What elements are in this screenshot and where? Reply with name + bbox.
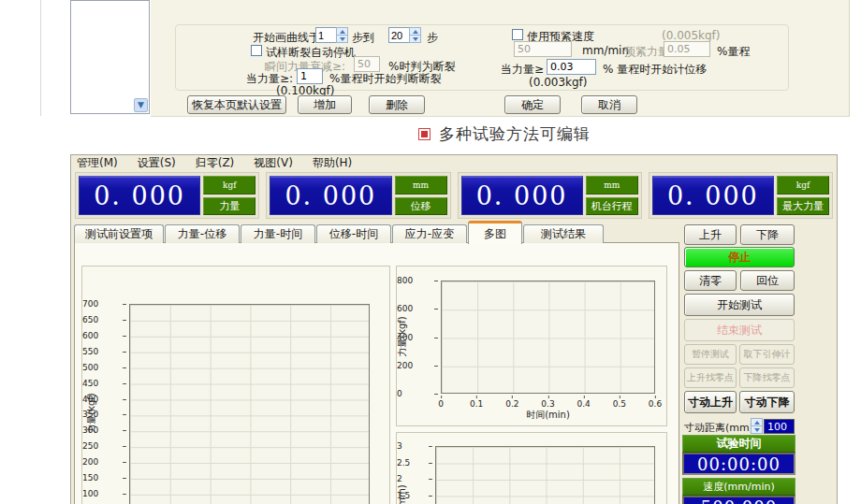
force-lcd: 0. 000 — [79, 176, 200, 215]
start-step-stepper[interactable] — [315, 27, 348, 43]
menu-bar: 管理(M) 设置(S) 归零(Z) 视图(V) 帮助(H) — [71, 156, 837, 170]
up-button[interactable]: 上升 — [684, 224, 737, 245]
step-label: 步 — [427, 30, 438, 46]
spinner-arrows-icon[interactable] — [409, 27, 421, 43]
stroke-lcd: 0. 000 — [461, 176, 583, 215]
stop-button[interactable]: 停止 — [684, 247, 795, 267]
y-tick-label: 600 — [82, 331, 127, 340]
stroke-display-group: 0. 000 mm 机台行程 — [458, 172, 642, 219]
spinner-arrows-icon[interactable] — [336, 27, 348, 43]
add-button[interactable]: 增加 — [298, 95, 352, 114]
pretension-speed-unit: mm/min — [582, 44, 629, 57]
force-name-label: 力量 — [203, 197, 255, 216]
menu-view[interactable]: 视图(V) — [254, 155, 293, 171]
speed-display: 500.000 — [682, 496, 795, 504]
force2-hint: (0.003kgf) — [529, 76, 588, 89]
y-tick-label: 300 — [82, 425, 127, 435]
plot-area — [129, 304, 370, 504]
test-software-window: 管理(M) 设置(S) 归零(Z) 视图(V) 帮助(H) 0. 000 kgf… — [70, 154, 838, 504]
break-stop-checkbox[interactable] — [251, 45, 262, 56]
max-force-lcd: 0. 000 — [652, 176, 774, 215]
chart-displacement-time: 位移(mm) 32.521.5 — [396, 432, 667, 504]
decay-input — [354, 56, 380, 72]
tab-displacement-time[interactable]: 位移-时间 — [316, 224, 391, 243]
menu-settings[interactable]: 设置(S) — [138, 155, 176, 171]
restore-defaults-button[interactable]: 恢复本页默认设置 — [187, 95, 286, 114]
displacement-lcd: 0. 000 — [270, 176, 391, 215]
jog-distance-label: 寸动距离(mm) — [684, 421, 753, 435]
max-force-name-label: 最大力量 — [777, 197, 829, 216]
y-tick-label: 400 — [397, 333, 439, 342]
method-listbox[interactable]: ▼ — [70, 0, 150, 114]
lcd-display-row: 0. 000 kgf 力量 0. 000 mm 位移 0. 000 mm 机台行… — [75, 172, 833, 219]
tab-multi-chart[interactable]: 多图 — [468, 221, 522, 244]
down-find-zero-button: 下降找零点 — [739, 367, 795, 388]
end-test-button: 结束测试 — [684, 319, 795, 341]
jog-distance-spinner[interactable] — [751, 418, 763, 434]
preforce-label: 预紧力量 — [624, 44, 669, 60]
x-tick-label: 0.3 — [541, 399, 554, 409]
pause-test-button: 暂停测试 — [684, 344, 737, 365]
zero-button[interactable]: 清零 — [684, 270, 737, 291]
menu-manage[interactable]: 管理(M) — [77, 155, 118, 171]
x-tick-label: 0.2 — [505, 399, 518, 409]
tab-stress-strain[interactable]: 应力-应变 — [392, 224, 467, 243]
tab-test-result[interactable]: 测试结果 — [523, 224, 604, 243]
displacement-display-group: 0. 000 mm 位移 — [266, 172, 450, 219]
caption-text: 多种试验方法可编辑 — [439, 123, 591, 145]
tab-pretest-settings[interactable]: 测试前设置项 — [74, 224, 164, 243]
y-tick-label: 250 — [82, 441, 127, 451]
y-tick-label: 200 — [397, 361, 439, 370]
jog-down-button[interactable]: 寸动下降 — [739, 391, 795, 413]
jog-distance-value[interactable]: 100 — [764, 419, 795, 434]
speed-header: 速度(mm/min) — [682, 478, 795, 496]
y-tick-label: 2 — [397, 474, 433, 483]
machine-control-panel: 上升 下降 停止 清零 回位 开始测试 结束测试 暂停测试 取下引伸计 上升找零… — [682, 223, 796, 504]
start-step-input[interactable] — [315, 27, 336, 43]
max-force-unit-label: kgf — [777, 176, 829, 194]
preforce-input — [664, 41, 710, 57]
x-tick-label: 0 — [438, 399, 444, 409]
ok-button[interactable]: 确定 — [504, 95, 561, 114]
force2-suffix: % 量程时开始计位移 — [603, 62, 707, 78]
jog-up-button[interactable]: 寸动上升 — [684, 391, 737, 413]
scrollbar-down-icon[interactable]: ▼ — [134, 98, 148, 112]
stroke-unit-label: mm — [586, 176, 638, 194]
menu-help[interactable]: 帮助(H) — [313, 155, 352, 171]
up-find-zero-button: 上升找零点 — [684, 367, 737, 388]
dialog-left-edge — [40, 0, 41, 116]
y-tick-label: 700 — [82, 299, 127, 309]
x-tick-label: 0.4 — [577, 399, 591, 409]
tab-force-time[interactable]: 力量-时间 — [241, 224, 315, 243]
return-button[interactable]: 回位 — [740, 270, 795, 291]
pretension-checkbox[interactable] — [512, 29, 523, 40]
test-time-header: 试验时间 — [682, 435, 795, 453]
end-step-input[interactable] — [388, 27, 409, 43]
force1-input[interactable] — [297, 68, 323, 84]
tab-force-displacement[interactable]: 力量-位移 — [165, 224, 240, 243]
force1-suffix: %量程时开始判断断裂 — [329, 71, 441, 87]
test-time-display: 00:00:00 — [682, 453, 795, 475]
preforce-suffix: %量程 — [717, 44, 750, 60]
y-tick-label: 600 — [397, 304, 439, 313]
end-step-stepper[interactable] — [388, 27, 421, 43]
max-force-display-group: 0. 000 kgf 最大力量 — [649, 172, 833, 219]
delete-button[interactable]: 删除 — [369, 95, 425, 114]
cancel-button[interactable]: 取消 — [581, 95, 637, 114]
chart-force-time: 力量(kgf) 8006004002000 00.10.20.30.40.50.… — [396, 266, 667, 426]
x-axis-label: 时间(min) — [441, 409, 655, 422]
chart-tab-bar: 测试前设置项 力量-位移 力量-时间 位移-时间 应力-应变 多图 测试结果 — [74, 221, 605, 243]
down-button[interactable]: 下降 — [740, 224, 795, 245]
stroke-name-label: 机台行程 — [586, 197, 638, 216]
pretension-hint: (0.005kgf) — [662, 29, 721, 42]
y-tick-label: 450 — [82, 379, 127, 388]
menu-zero[interactable]: 归零(Z) — [196, 155, 235, 171]
pretension-speed-input — [514, 41, 572, 57]
y-tick-label: 800 — [397, 276, 439, 285]
y-tick-label: 550 — [82, 347, 127, 356]
start-test-button[interactable]: 开始测试 — [684, 294, 795, 316]
force2-input[interactable] — [547, 59, 596, 75]
y-tick-label: 500 — [82, 363, 127, 372]
x-tick-label: 0.6 — [649, 399, 662, 409]
force-display-group: 0. 000 kgf 力量 — [75, 172, 259, 219]
